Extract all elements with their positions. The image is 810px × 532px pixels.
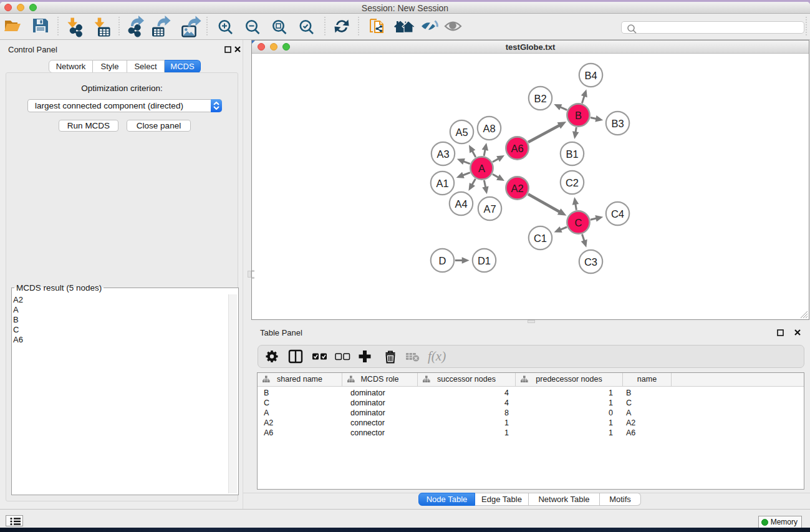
svg-text:B4: B4 — [584, 69, 597, 80]
svg-text:D: D — [438, 254, 446, 266]
svg-text:C2: C2 — [565, 177, 578, 188]
svg-text:A1: A1 — [436, 177, 448, 188]
svg-text:A8: A8 — [483, 122, 495, 133]
svg-text:C3: C3 — [584, 256, 597, 267]
svg-text:C1: C1 — [533, 232, 546, 243]
svg-text:A2: A2 — [511, 182, 523, 193]
svg-text:B1: B1 — [566, 148, 578, 159]
svg-text:A3: A3 — [436, 148, 449, 159]
svg-text:A4: A4 — [455, 198, 467, 209]
svg-text:C: C — [574, 216, 582, 228]
svg-text:A: A — [478, 162, 485, 173]
svg-text:f(x): f(x) — [428, 349, 446, 364]
svg-text:A6: A6 — [511, 142, 523, 153]
svg-text:C4: C4 — [610, 208, 624, 219]
svg-text:A7: A7 — [483, 203, 496, 214]
svg-text:B: B — [574, 109, 581, 120]
svg-text:B2: B2 — [534, 92, 546, 104]
svg-text:A5: A5 — [455, 126, 468, 137]
svg-text:B3: B3 — [611, 117, 624, 128]
svg-text:D1: D1 — [477, 254, 490, 266]
